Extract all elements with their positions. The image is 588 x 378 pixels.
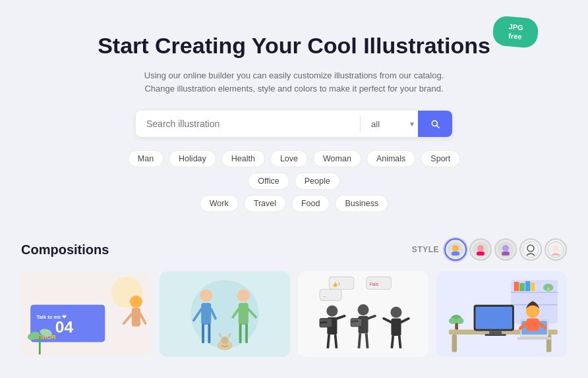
- hero-title: Start Creating Your Cool Illustrations: [63, 32, 525, 60]
- svg-line-21: [140, 314, 146, 323]
- svg-line-56: [351, 321, 358, 321]
- svg-rect-19: [132, 308, 140, 327]
- tag-sport[interactable]: Sport: [421, 150, 460, 167]
- category-dropdown[interactable]: all Man Woman Holiday Health: [363, 119, 407, 129]
- card-1-illustration: Talk to me ❤ 04 ERROR: [21, 271, 152, 357]
- tag-travel[interactable]: Travel: [244, 195, 286, 212]
- tag-people[interactable]: People: [295, 173, 340, 190]
- svg-rect-69: [514, 282, 519, 291]
- card-2[interactable]: [160, 271, 290, 357]
- tag-business[interactable]: Business: [335, 195, 388, 212]
- svg-point-53: [358, 304, 369, 315]
- tag-food[interactable]: Food: [291, 195, 330, 212]
- search-button[interactable]: [418, 111, 452, 137]
- svg-line-52: [336, 335, 337, 348]
- tag-animals[interactable]: Animals: [367, 150, 415, 167]
- svg-line-58: [359, 333, 360, 348]
- svg-point-91: [449, 318, 456, 324]
- svg-rect-70: [519, 283, 525, 291]
- svg-rect-33: [239, 303, 249, 325]
- svg-line-57: [368, 316, 375, 319]
- style-label: STYLE: [412, 245, 439, 254]
- svg-rect-61: [391, 319, 401, 336]
- svg-line-20: [124, 314, 132, 323]
- svg-line-59: [367, 333, 368, 348]
- svg-line-51: [328, 335, 329, 348]
- svg-point-1: [452, 245, 459, 252]
- svg-point-92: [456, 318, 463, 324]
- svg-text:Fails: Fails: [369, 282, 379, 286]
- hero-section: JPG free Start Creating Your Cool Illust…: [11, 11, 577, 225]
- search-bar: all Man Woman Holiday Health ▼: [136, 111, 452, 137]
- dropdown-wrapper: all Man Woman Holiday Health ▼: [361, 119, 418, 129]
- svg-rect-55: [351, 319, 362, 327]
- svg-rect-72: [531, 283, 535, 291]
- svg-line-49: [320, 322, 327, 323]
- search-icon: [430, 119, 440, 129]
- svg-point-32: [237, 289, 250, 302]
- style-avatars: [444, 238, 567, 261]
- svg-text:04: 04: [55, 318, 74, 336]
- svg-rect-5: [477, 252, 485, 256]
- svg-rect-80: [489, 331, 502, 335]
- svg-point-4: [477, 245, 484, 252]
- category-tags-row2: Work Travel Food Business: [109, 195, 479, 212]
- svg-point-7: [502, 245, 509, 252]
- tag-health[interactable]: Health: [221, 150, 265, 167]
- svg-rect-76: [452, 335, 457, 352]
- svg-text:👍 !: 👍 !: [332, 281, 340, 287]
- hero-subtitle: Using our online builder you can easily …: [136, 69, 452, 97]
- card-1[interactable]: Talk to me ❤ 04 ERROR: [21, 271, 152, 357]
- svg-point-18: [130, 296, 142, 308]
- svg-rect-74: [547, 288, 550, 293]
- svg-line-50: [337, 316, 344, 319]
- style-avatar-1[interactable]: [444, 238, 467, 261]
- svg-point-12: [552, 245, 559, 252]
- svg-rect-8: [502, 252, 510, 256]
- svg-rect-84: [517, 337, 552, 340]
- svg-point-9: [523, 242, 539, 257]
- svg-line-63: [401, 319, 409, 323]
- svg-point-39: [221, 337, 228, 344]
- tag-woman[interactable]: Woman: [313, 150, 361, 167]
- svg-rect-81: [485, 334, 506, 336]
- style-selector: STYLE: [412, 238, 567, 261]
- svg-rect-86: [527, 319, 539, 331]
- svg-line-65: [399, 336, 401, 348]
- search-input[interactable]: [136, 111, 360, 137]
- style-avatar-2[interactable]: [469, 238, 492, 261]
- svg-point-26: [200, 289, 212, 302]
- tag-holiday[interactable]: Holiday: [169, 150, 216, 167]
- svg-line-62: [384, 319, 391, 323]
- compositions-header: Compositions STYLE: [21, 238, 567, 261]
- style-avatar-5[interactable]: [544, 238, 567, 261]
- jpg-free-badge: JPG free: [492, 15, 539, 48]
- svg-rect-71: [525, 281, 531, 291]
- tag-love[interactable]: Love: [270, 150, 308, 167]
- tag-man[interactable]: Man: [128, 150, 163, 167]
- category-tags: Man Holiday Health Love Woman Animals Sp…: [109, 150, 479, 190]
- svg-rect-2: [452, 252, 459, 256]
- cards-row: Talk to me ❤ 04 ERROR: [21, 271, 567, 357]
- card-4[interactable]: [436, 271, 567, 357]
- chevron-down-icon: ▼: [409, 121, 415, 128]
- compositions-section: Compositions STYLE: [11, 225, 577, 357]
- card-3[interactable]: 👍 ! Fails ...: [298, 271, 428, 357]
- card-4-illustration: [436, 271, 567, 357]
- tag-work[interactable]: Work: [200, 195, 239, 212]
- compositions-title: Compositions: [21, 242, 109, 257]
- svg-line-64: [392, 336, 393, 348]
- card-3-illustration: 👍 ! Fails ...: [298, 271, 428, 357]
- style-avatar-4[interactable]: [519, 238, 542, 261]
- svg-rect-79: [475, 307, 512, 329]
- svg-text:...: ...: [323, 293, 327, 298]
- page-wrapper: JPG free Start Creating Your Cool Illust…: [0, 0, 588, 378]
- style-avatar-3[interactable]: [494, 238, 517, 261]
- svg-point-46: [326, 306, 338, 317]
- svg-rect-27: [201, 303, 211, 325]
- svg-point-60: [390, 307, 401, 318]
- card-2-illustration: [160, 271, 290, 357]
- tag-office[interactable]: Office: [248, 173, 289, 190]
